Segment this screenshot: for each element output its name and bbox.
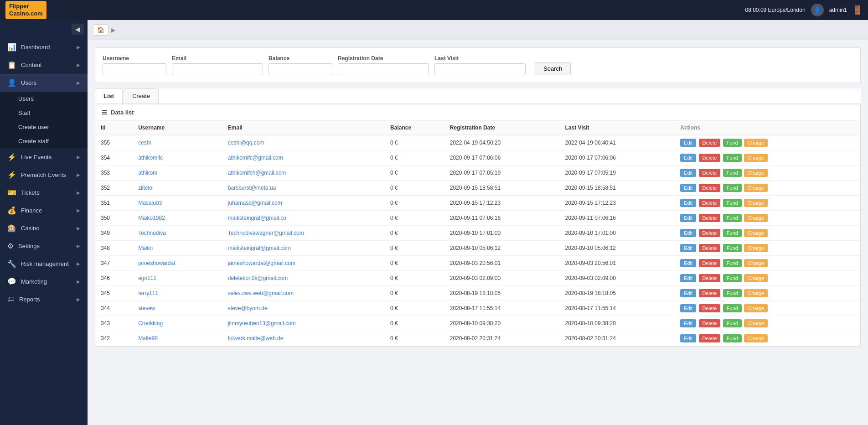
reg-date-input[interactable] <box>338 63 429 75</box>
delete-button[interactable]: Delete <box>699 319 721 327</box>
sidebar-item-finance[interactable]: 💰 Finance ▶ <box>0 202 88 219</box>
fund-button[interactable]: Fund <box>723 259 742 267</box>
username-link[interactable]: Technodiva <box>138 230 166 236</box>
sidebar-sub-create-staff[interactable]: Create staff <box>0 134 88 148</box>
charge-button[interactable]: Charge <box>744 319 768 327</box>
delete-button[interactable]: Delete <box>699 289 721 297</box>
username-link[interactable]: Masaju03 <box>138 200 162 206</box>
fund-button[interactable]: Fund <box>723 334 742 342</box>
delete-button[interactable]: Delete <box>699 229 721 237</box>
sidebar-item-live-events[interactable]: ⚡ Live Events ▶ <box>0 148 88 166</box>
username-link[interactable]: Malte98 <box>138 335 158 342</box>
fund-button[interactable]: Fund <box>723 199 742 207</box>
fund-button[interactable]: Fund <box>723 289 742 297</box>
username-link[interactable]: athikom <box>138 170 157 176</box>
charge-button[interactable]: Charge <box>744 154 768 162</box>
charge-button[interactable]: Charge <box>744 259 768 267</box>
delete-button[interactable]: Delete <box>699 184 721 192</box>
search-button[interactable]: Search <box>535 62 571 75</box>
edit-button[interactable]: Edit <box>680 199 696 207</box>
email-input[interactable] <box>172 63 263 75</box>
username-link[interactable]: jameshowardat <box>138 260 175 266</box>
username-input[interactable] <box>103 63 166 75</box>
sidebar-item-risk[interactable]: 🔧 Risk management ▶ <box>0 255 88 273</box>
sidebar-item-prematch[interactable]: ⚡ Prematch Events ▶ <box>0 166 88 184</box>
username-link[interactable]: Maikn <box>138 245 153 251</box>
sidebar-item-settings[interactable]: ⚙ Settings ▶ <box>0 237 88 255</box>
sidebar-item-dashboard[interactable]: 📊 Dashboard ▶ <box>0 38 88 56</box>
edit-button[interactable]: Edit <box>680 334 696 342</box>
edit-button[interactable]: Edit <box>680 184 696 192</box>
fund-button[interactable]: Fund <box>723 304 742 312</box>
sidebar-sub-users[interactable]: Users <box>0 92 88 106</box>
sidebar-item-reports[interactable]: 🏷 Reports ▶ <box>0 290 88 308</box>
sidebar-item-marketing[interactable]: 💬 Marketing ▶ <box>0 273 88 290</box>
charge-button[interactable]: Charge <box>744 199 768 207</box>
tab-list[interactable]: List <box>95 88 123 104</box>
fund-button[interactable]: Fund <box>723 274 742 282</box>
fund-button[interactable]: Fund <box>723 139 742 147</box>
edit-button[interactable]: Edit <box>680 139 696 147</box>
username-link[interactable]: ceshi <box>138 140 151 146</box>
charge-button[interactable]: Charge <box>744 274 768 282</box>
edit-button[interactable]: Edit <box>680 229 696 237</box>
charge-button[interactable]: Charge <box>744 139 768 147</box>
sidebar-sub-staff[interactable]: Staff <box>0 106 88 120</box>
sidebar-item-users[interactable]: 👤 Users ▶ <box>0 74 88 92</box>
fund-button[interactable]: Fund <box>723 184 742 192</box>
sidebar-sub-create-user[interactable]: Create user <box>0 120 88 134</box>
sidebar-item-tickets[interactable]: 🎫 Tickets ▶ <box>0 184 88 202</box>
delete-button[interactable]: Delete <box>699 214 721 222</box>
sidebar-item-casino[interactable]: 🎰 Casino ▶ <box>0 219 88 237</box>
edit-button[interactable]: Edit <box>680 259 696 267</box>
fund-button[interactable]: Fund <box>723 229 742 237</box>
username-link[interactable]: stevew <box>138 305 155 311</box>
last-visit-input[interactable] <box>434 63 526 75</box>
edit-button[interactable]: Edit <box>680 244 696 252</box>
delete-button[interactable]: Delete <box>699 304 721 312</box>
edit-button[interactable]: Edit <box>680 214 696 222</box>
username-link[interactable]: terry111 <box>138 290 158 296</box>
edit-button[interactable]: Edit <box>680 154 696 162</box>
username-link[interactable]: egn111 <box>138 275 156 281</box>
sidebar-toggle-button[interactable]: ◀ <box>72 24 84 35</box>
tab-create[interactable]: Create <box>124 88 159 104</box>
balance-input[interactable] <box>269 63 332 75</box>
delete-button[interactable]: Delete <box>699 169 721 177</box>
username-link[interactable]: athikomlfc <box>138 155 163 161</box>
delete-button[interactable]: Delete <box>699 199 721 207</box>
fund-button[interactable]: Fund <box>723 169 742 177</box>
delete-button[interactable]: Delete <box>699 244 721 252</box>
delete-button[interactable]: Delete <box>699 274 721 282</box>
fund-button[interactable]: Fund <box>723 319 742 327</box>
username-link[interactable]: Crookking <box>138 320 163 327</box>
username-link[interactable]: Maiko1982 <box>138 215 165 221</box>
delete-button[interactable]: Delete <box>699 259 721 267</box>
breadcrumb-home-button[interactable]: 🏠 <box>93 24 108 36</box>
charge-button[interactable]: Charge <box>744 229 768 237</box>
user-avatar-icon[interactable]: 👤 <box>811 4 824 16</box>
charge-button[interactable]: Charge <box>744 169 768 177</box>
logout-icon[interactable]: 🚪 <box>852 5 863 15</box>
edit-button[interactable]: Edit <box>680 304 696 312</box>
delete-button[interactable]: Delete <box>699 139 721 147</box>
sidebar-item-content[interactable]: 📋 Content ▶ <box>0 56 88 74</box>
charge-button[interactable]: Charge <box>744 334 768 342</box>
charge-button[interactable]: Charge <box>744 289 768 297</box>
edit-button[interactable]: Edit <box>680 289 696 297</box>
fund-button[interactable]: Fund <box>723 214 742 222</box>
delete-button[interactable]: Delete <box>699 154 721 162</box>
fund-button[interactable]: Fund <box>723 244 742 252</box>
edit-button[interactable]: Edit <box>680 169 696 177</box>
edit-button[interactable]: Edit <box>680 319 696 327</box>
charge-button[interactable]: Charge <box>744 244 768 252</box>
fund-button[interactable]: Fund <box>723 154 742 162</box>
charge-button[interactable]: Charge <box>744 214 768 222</box>
cell-balance: 0 € <box>385 271 444 286</box>
admin-username[interactable]: admin1 <box>829 7 847 13</box>
username-link[interactable]: ziltelo <box>138 185 152 191</box>
charge-button[interactable]: Charge <box>744 304 768 312</box>
delete-button[interactable]: Delete <box>699 334 721 342</box>
edit-button[interactable]: Edit <box>680 274 696 282</box>
charge-button[interactable]: Charge <box>744 184 768 192</box>
